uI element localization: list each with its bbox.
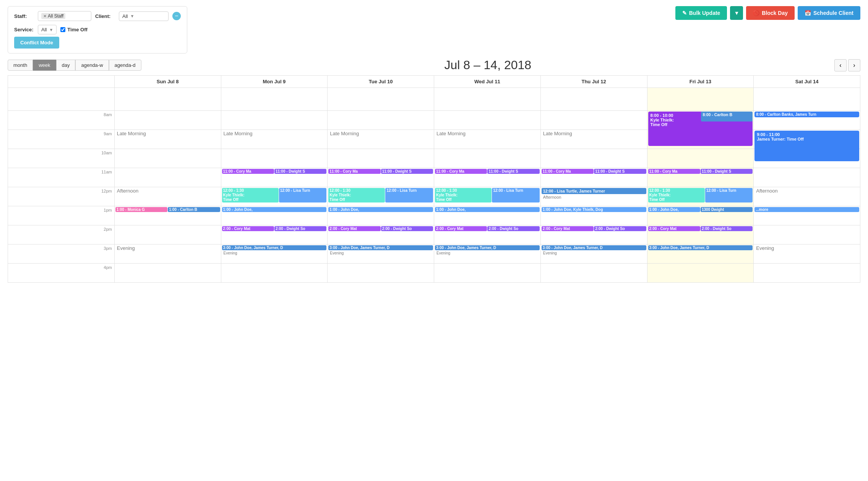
dwight-2pm-wed[interactable]: 2:00 - Dwight So xyxy=(487,226,539,231)
tab-week[interactable]: week xyxy=(33,60,56,71)
cory-11am-thu[interactable]: 11:00 - Cory Ma xyxy=(542,169,594,174)
time-1pm: 1pm xyxy=(8,206,115,225)
carlton-banks-fri-8[interactable]: 8:00 - Carlton B xyxy=(701,112,753,121)
dwight-2pm-fri[interactable]: 2:00 - Dwight So xyxy=(701,226,753,231)
johndoe-1pm-fri[interactable]: 1:00 - John Doe, xyxy=(648,207,700,212)
cell-8am-fri: 8:00 - 10:00Kyle Thielk:Time Off 8:00 - … xyxy=(647,111,754,130)
1300-dwight-fri[interactable]: 1300 Dwight xyxy=(701,207,753,212)
block-day-button[interactable]: 🚫 Block Day xyxy=(746,6,795,20)
bulk-update-button[interactable]: ✎ Bulk Update xyxy=(675,6,727,20)
cell-2pm-sun xyxy=(114,225,221,245)
cell-1pm-thu: 1:00 - John Doe, Kyle Thielk, Dog xyxy=(540,206,647,225)
remove-filter-button[interactable]: − xyxy=(172,12,181,20)
evening-tue: Evening xyxy=(328,249,345,258)
cell-8am-sat: 8:00 - Carlton Banks, James Turn xyxy=(754,111,860,130)
late-morning-mon: Late Morning xyxy=(222,128,254,139)
more-sat-1pm[interactable]: ...more xyxy=(754,207,859,212)
evening-wed: Evening xyxy=(435,249,452,258)
lisa-12pm-tue[interactable]: 12:00 - Lisa Turn xyxy=(385,188,433,202)
dwight-11am-tue[interactable]: 11:00 - Dwight S xyxy=(381,169,433,174)
monica-1pm-sun[interactable]: 1:00 - Monica G xyxy=(115,207,167,212)
johndoe-1pm-thu[interactable]: 1:00 - John Doe, Kyle Thielk, Dog xyxy=(542,207,646,212)
cory-2pm-mon[interactable]: 2:00 - Cory Mat xyxy=(222,226,274,231)
row-4pm: 4pm xyxy=(8,264,860,283)
cell-12pm-sat: Afternoon xyxy=(754,187,860,206)
dwight-2pm-mon[interactable]: 2:00 - Dwight So xyxy=(274,226,326,231)
next-week-button[interactable]: › xyxy=(848,59,860,71)
events-12pm-wed: 12:00 - 1:30Kyle Thielk:Time Off 12:00 -… xyxy=(435,188,540,202)
cory-2pm-fri[interactable]: 2:00 - Cory Mat xyxy=(648,226,700,231)
kyle-12pm-tue[interactable]: 12:00 - 1:30Kyle Thielk:Time Off xyxy=(328,188,385,202)
dwight-11am-fri[interactable]: 11:00 - Dwight S xyxy=(701,169,753,174)
allday-sat xyxy=(754,88,860,111)
events-2pm-tue: 2:00 - Cory Mat 2:00 - Dwight So xyxy=(328,226,433,231)
dwight-11am-wed[interactable]: 11:00 - Dwight S xyxy=(487,169,539,174)
kyle-12pm-fri[interactable]: 12:00 - 1:30Kyle Thielk:Time Off xyxy=(648,188,705,202)
cell-11am-mon: 11:00 - Cory Ma 11:00 - Dwight S xyxy=(221,168,328,187)
evening-sat: Evening xyxy=(754,243,776,253)
bulk-update-dropdown-button[interactable]: ▼ xyxy=(730,6,743,20)
col-header-sun: Sun Jul 8 xyxy=(114,76,221,88)
calendar-navigation: ‹ › xyxy=(834,59,860,71)
time-off-toggle[interactable]: Time Off xyxy=(60,27,88,32)
johndoe-1pm-wed[interactable]: 1:00 - John Doe, xyxy=(435,207,540,212)
kyle-12pm-wed[interactable]: 12:00 - 1:30Kyle Thielk:Time Off xyxy=(435,188,492,202)
cell-8am-mon xyxy=(221,111,328,130)
staff-tag-remove[interactable]: ✕ xyxy=(43,14,47,19)
filter-panel: Staff: ✕ All Staff Client: All ▼ − Servi… xyxy=(8,6,187,53)
cory-11am-wed[interactable]: 11:00 - Cory Ma xyxy=(435,169,487,174)
col-header-fri: Fri Jul 13 xyxy=(647,76,754,88)
cory-11am-mon[interactable]: 11:00 - Cory Ma xyxy=(222,169,274,174)
cory-11am-fri[interactable]: 11:00 - Cory Ma xyxy=(648,169,700,174)
dwight-2pm-thu[interactable]: 2:00 - Dwight So xyxy=(594,226,646,231)
cell-4pm-sat xyxy=(754,264,860,283)
afternoon-thu: Afternoon xyxy=(542,193,563,202)
johndoe-1pm-tue[interactable]: 1:00 - John Doe, xyxy=(328,207,433,212)
tab-agenda-d[interactable]: agenda-d xyxy=(109,60,141,71)
cell-12pm-wed: 12:00 - 1:30Kyle Thielk:Time Off 12:00 -… xyxy=(434,187,541,206)
schedule-client-button[interactable]: 📅 Schedule Client xyxy=(798,6,860,20)
cory-2pm-tue[interactable]: 2:00 - Cory Mat xyxy=(328,226,380,231)
client-select[interactable]: All ▼ xyxy=(119,11,169,21)
time-off-checkbox[interactable] xyxy=(60,27,65,32)
tab-day[interactable]: day xyxy=(56,60,76,71)
staff-input[interactable]: ✕ All Staff xyxy=(38,11,91,21)
james-turner-time-off-sat[interactable]: 9:00 - 11:00James Turner: Time Off xyxy=(754,131,859,161)
service-select[interactable]: All ▼ xyxy=(38,25,57,34)
conflict-mode-button[interactable]: Conflict Mode xyxy=(14,37,59,49)
filter-row-staff: Staff: ✕ All Staff Client: All ▼ − xyxy=(14,11,181,21)
events-11am-tue: 11:00 - Cory Ma 11:00 - Dwight S xyxy=(328,169,433,174)
afternoon-sun: Afternoon xyxy=(115,186,140,196)
cell-1pm-tue: 1:00 - John Doe, xyxy=(328,206,434,225)
cell-12pm-tue: 12:00 - 1:30Kyle Thielk:Time Off 12:00 -… xyxy=(328,187,434,206)
col-header-mon: Mon Jul 9 xyxy=(221,76,328,88)
cory-2pm-wed[interactable]: 2:00 - Cory Mat xyxy=(435,226,487,231)
tab-agenda-w[interactable]: agenda-w xyxy=(75,60,109,71)
tab-month[interactable]: month xyxy=(8,60,33,71)
service-dropdown-icon[interactable]: ▼ xyxy=(49,28,53,32)
johndoe-3pm-fri[interactable]: 3:00 - John Doe, James Turner, D xyxy=(648,245,753,250)
cell-10am-fri xyxy=(647,149,754,168)
allday-sun xyxy=(114,88,221,111)
lisa-12pm-mon[interactable]: 12:00 - Lisa Turn xyxy=(279,188,327,202)
carlton-1pm-sun[interactable]: 1:00 - Carlton B xyxy=(168,207,220,212)
cory-11am-tue[interactable]: 11:00 - Cory Ma xyxy=(328,169,380,174)
johndoe-1pm-mon[interactable]: 1:00 - John Doe, xyxy=(222,207,327,212)
cell-2pm-mon: 2:00 - Cory Mat 2:00 - Dwight So xyxy=(221,225,328,245)
lisa-12pm-wed[interactable]: 12:00 - Lisa Turn xyxy=(492,188,540,202)
prev-week-button[interactable]: ‹ xyxy=(834,59,847,71)
client-dropdown-icon[interactable]: ▼ xyxy=(130,14,134,18)
time-12pm: 12pm xyxy=(8,187,115,206)
cell-3pm-tue: 3:00 - John Doe, James Turner, D Evening xyxy=(328,245,434,264)
events-12pm-tue: 12:00 - 1:30Kyle Thielk:Time Off 12:00 -… xyxy=(328,188,433,202)
dwight-2pm-tue[interactable]: 2:00 - Dwight So xyxy=(381,226,433,231)
carlton-banks-sat-8[interactable]: 8:00 - Carlton Banks, James Turn xyxy=(754,112,859,117)
cell-9am-thu: Late Morning xyxy=(540,130,647,149)
cell-2pm-tue: 2:00 - Cory Mat 2:00 - Dwight So xyxy=(328,225,434,245)
lisa-12pm-fri[interactable]: 12:00 - Lisa Turn xyxy=(705,188,753,202)
dwight-11am-thu[interactable]: 11:00 - Dwight S xyxy=(594,169,646,174)
kyle-12pm-mon[interactable]: 12:00 - 1:30Kyle Thielk:Time Off xyxy=(222,188,279,202)
events-1pm-sun: 1:00 - Monica G 1:00 - Carlton B xyxy=(115,207,220,212)
cory-2pm-thu[interactable]: 2:00 - Cory Mat xyxy=(542,226,594,231)
dwight-11am-mon[interactable]: 11:00 - Dwight S xyxy=(274,169,326,174)
